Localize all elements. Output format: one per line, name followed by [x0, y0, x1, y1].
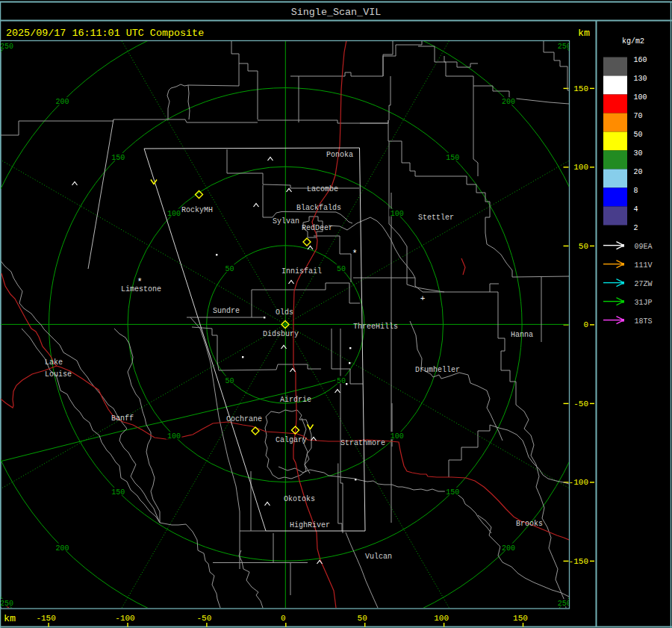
svg-text:100: 100 [573, 163, 588, 172]
svg-text:-150: -150 [36, 614, 55, 623]
svg-text:RockyMH: RockyMH [181, 206, 213, 214]
svg-text:Stettler: Stettler [418, 214, 454, 222]
svg-text:8: 8 [634, 187, 638, 195]
svg-text:250: 250 [558, 600, 571, 608]
svg-text:100: 100 [434, 614, 449, 623]
svg-text:50: 50 [579, 242, 588, 251]
svg-text:50: 50 [225, 377, 234, 385]
svg-text:150: 150 [446, 154, 459, 162]
svg-text:km: km [4, 613, 16, 624]
svg-text:Sylvan: Sylvan [273, 217, 299, 226]
svg-text:160: 160 [634, 56, 647, 64]
svg-text:31JP: 31JP [635, 299, 653, 307]
svg-text:+: + [420, 294, 426, 303]
svg-text:150: 150 [446, 488, 459, 497]
svg-text:Single_Scan_VIL: Single_Scan_VIL [291, 7, 382, 18]
svg-text:RedDeer: RedDeer [302, 224, 333, 232]
svg-text:*: * [352, 249, 357, 259]
svg-text:*: * [137, 277, 142, 287]
svg-text:200: 200 [56, 544, 69, 553]
svg-text:Ponoka: Ponoka [326, 151, 353, 159]
svg-text:100: 100 [167, 210, 181, 218]
svg-text:30: 30 [634, 149, 643, 158]
svg-text:-100: -100 [569, 478, 588, 487]
svg-text:Sundre: Sundre [213, 307, 240, 315]
svg-text:150: 150 [573, 84, 588, 93]
svg-text:200: 200 [502, 544, 515, 553]
svg-text:130: 130 [634, 75, 647, 83]
svg-text:250: 250 [0, 43, 13, 51]
svg-text:150: 150 [513, 614, 528, 623]
svg-text:4: 4 [634, 205, 638, 214]
svg-text:2025/09/17 16:11:01 UTC Compos: 2025/09/17 16:11:01 UTC Composite [6, 28, 204, 39]
svg-text:-100: -100 [115, 614, 134, 623]
svg-text:250: 250 [558, 43, 571, 51]
svg-text:Lacombe: Lacombe [307, 185, 338, 193]
svg-text:0: 0 [281, 614, 286, 623]
svg-text:70: 70 [634, 112, 643, 120]
svg-text:150: 150 [111, 154, 125, 162]
svg-text:Banff: Banff [111, 414, 134, 423]
svg-text:Didsbury: Didsbury [263, 330, 299, 338]
svg-text:HighRiver: HighRiver [290, 521, 330, 529]
svg-text:Innisfail: Innisfail [281, 267, 322, 276]
svg-text:50: 50 [337, 377, 346, 385]
svg-text:50: 50 [358, 614, 367, 623]
svg-text:Brooks: Brooks [516, 520, 543, 528]
svg-text:Strathmore: Strathmore [340, 439, 385, 447]
svg-text:Louise: Louise [45, 370, 72, 379]
svg-text:2: 2 [634, 224, 638, 232]
svg-text:Lake: Lake [45, 358, 63, 367]
svg-text:Cochrane: Cochrane [226, 415, 262, 423]
svg-text:Blackfalds: Blackfalds [296, 204, 341, 212]
svg-text:50: 50 [337, 265, 346, 273]
svg-text:Calgary: Calgary [276, 436, 307, 444]
svg-text:100: 100 [167, 432, 181, 441]
svg-text:100: 100 [391, 432, 404, 441]
svg-text:111V: 111V [635, 261, 653, 270]
svg-text:ThreeHills: ThreeHills [353, 323, 398, 331]
svg-text:200: 200 [502, 98, 515, 106]
svg-text:250: 250 [0, 600, 13, 608]
svg-text:150: 150 [111, 488, 125, 497]
svg-text:Hanna: Hanna [511, 331, 533, 339]
svg-text:27ZW: 27ZW [635, 280, 653, 288]
svg-text:Olds: Olds [276, 308, 293, 317]
svg-text:Okotoks: Okotoks [284, 495, 315, 503]
svg-text:100: 100 [634, 93, 647, 102]
svg-text:18TS: 18TS [635, 317, 653, 326]
svg-text:50: 50 [634, 131, 643, 139]
svg-text:-50: -50 [573, 400, 588, 408]
svg-text:-150: -150 [569, 557, 588, 566]
svg-text:Vulcan: Vulcan [365, 553, 392, 561]
svg-text:0: 0 [583, 320, 588, 329]
svg-text:200: 200 [56, 98, 69, 106]
svg-text:09EA: 09EA [635, 243, 653, 251]
svg-text:Airdrie: Airdrie [280, 396, 311, 404]
svg-text:100: 100 [391, 210, 404, 218]
svg-text:km: km [578, 28, 590, 39]
svg-text:Drumheller: Drumheller [415, 366, 460, 374]
svg-text:kg/m2: kg/m2 [622, 37, 644, 46]
svg-text:20: 20 [634, 168, 643, 176]
svg-text:-50: -50 [196, 614, 211, 623]
svg-text:50: 50 [225, 265, 234, 273]
